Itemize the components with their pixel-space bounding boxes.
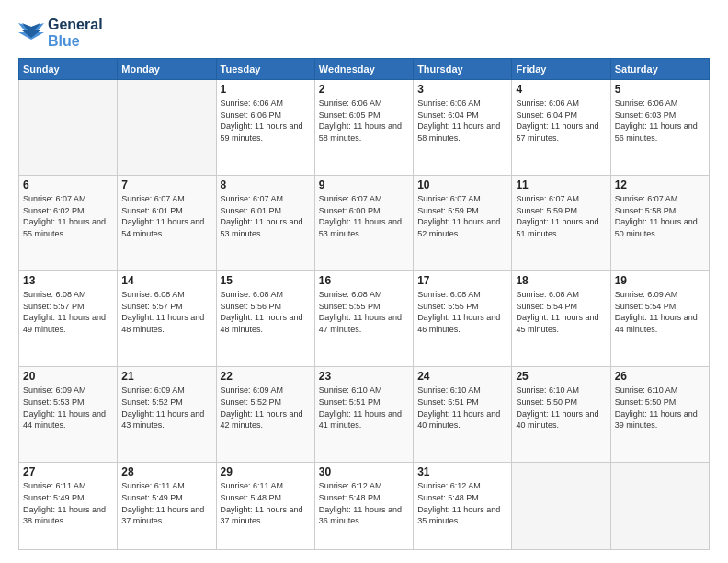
cell-info: Sunrise: 6:08 AM Sunset: 5:55 PM Dayligh…	[417, 289, 507, 335]
day-number: 15	[221, 274, 311, 287]
header: General Blue	[18, 17, 710, 49]
cell-info: Sunrise: 6:07 AM Sunset: 6:02 PM Dayligh…	[23, 193, 113, 239]
calendar-cell: 31 Sunrise: 6:12 AM Sunset: 5:48 PM Dayl…	[414, 463, 512, 550]
day-number: 29	[221, 465, 311, 478]
cell-info: Sunrise: 6:08 AM Sunset: 5:57 PM Dayligh…	[23, 289, 113, 335]
calendar-week-row: 20 Sunrise: 6:09 AM Sunset: 5:53 PM Dayl…	[19, 367, 710, 463]
calendar-cell: 24 Sunrise: 6:10 AM Sunset: 5:51 PM Dayl…	[414, 367, 512, 463]
day-number: 22	[221, 370, 311, 383]
calendar-cell: 22 Sunrise: 6:09 AM Sunset: 5:52 PM Dayl…	[216, 367, 314, 463]
cell-info: Sunrise: 6:07 AM Sunset: 6:00 PM Dayligh…	[319, 193, 409, 239]
weekday-header-row: SundayMondayTuesdayWednesdayThursdayFrid…	[19, 59, 710, 80]
day-number: 16	[319, 274, 409, 287]
calendar-cell: 17 Sunrise: 6:08 AM Sunset: 5:55 PM Dayl…	[414, 271, 512, 367]
cell-info: Sunrise: 6:06 AM Sunset: 6:05 PM Dayligh…	[319, 98, 409, 144]
calendar-cell: 30 Sunrise: 6:12 AM Sunset: 5:48 PM Dayl…	[314, 463, 413, 550]
calendar-cell	[610, 463, 709, 550]
weekday-header-sunday: Sunday	[19, 59, 118, 80]
day-number: 17	[417, 274, 507, 287]
calendar-cell: 10 Sunrise: 6:07 AM Sunset: 5:59 PM Dayl…	[414, 176, 512, 271]
weekday-header-tuesday: Tuesday	[216, 59, 314, 80]
day-number: 10	[417, 178, 507, 191]
day-number: 11	[516, 178, 606, 191]
calendar-table: SundayMondayTuesdayWednesdayThursdayFrid…	[18, 58, 710, 550]
weekday-header-thursday: Thursday	[414, 59, 512, 80]
weekday-header-friday: Friday	[512, 59, 610, 80]
page: General Blue SundayMondayTuesdayWednesda…	[0, 0, 728, 563]
cell-info: Sunrise: 6:10 AM Sunset: 5:51 PM Dayligh…	[319, 385, 409, 431]
cell-info: Sunrise: 6:11 AM Sunset: 5:49 PM Dayligh…	[121, 480, 211, 526]
calendar-cell: 28 Sunrise: 6:11 AM Sunset: 5:49 PM Dayl…	[118, 463, 216, 550]
cell-info: Sunrise: 6:11 AM Sunset: 5:48 PM Dayligh…	[221, 480, 311, 526]
cell-info: Sunrise: 6:07 AM Sunset: 6:01 PM Dayligh…	[221, 193, 311, 239]
calendar-cell: 1 Sunrise: 6:06 AM Sunset: 6:06 PM Dayli…	[216, 80, 314, 176]
calendar-week-row: 1 Sunrise: 6:06 AM Sunset: 6:06 PM Dayli…	[19, 80, 710, 176]
cell-info: Sunrise: 6:07 AM Sunset: 5:59 PM Dayligh…	[417, 193, 507, 239]
calendar-cell: 21 Sunrise: 6:09 AM Sunset: 5:52 PM Dayl…	[118, 367, 216, 463]
day-number: 5	[615, 83, 705, 96]
cell-info: Sunrise: 6:10 AM Sunset: 5:50 PM Dayligh…	[615, 385, 705, 431]
calendar-cell: 6 Sunrise: 6:07 AM Sunset: 6:02 PM Dayli…	[19, 176, 118, 271]
weekday-header-saturday: Saturday	[610, 59, 709, 80]
cell-info: Sunrise: 6:06 AM Sunset: 6:06 PM Dayligh…	[221, 98, 311, 144]
cell-info: Sunrise: 6:09 AM Sunset: 5:54 PM Dayligh…	[615, 289, 705, 335]
day-number: 4	[516, 83, 606, 96]
day-number: 13	[23, 274, 113, 287]
day-number: 23	[319, 370, 409, 383]
cell-info: Sunrise: 6:08 AM Sunset: 5:55 PM Dayligh…	[319, 289, 409, 335]
cell-info: Sunrise: 6:08 AM Sunset: 5:57 PM Dayligh…	[121, 289, 211, 335]
cell-info: Sunrise: 6:09 AM Sunset: 5:52 PM Dayligh…	[221, 385, 311, 431]
calendar-cell: 5 Sunrise: 6:06 AM Sunset: 6:03 PM Dayli…	[610, 80, 709, 176]
cell-info: Sunrise: 6:06 AM Sunset: 6:04 PM Dayligh…	[516, 98, 606, 144]
calendar-cell: 8 Sunrise: 6:07 AM Sunset: 6:01 PM Dayli…	[216, 176, 314, 271]
calendar-week-row: 27 Sunrise: 6:11 AM Sunset: 5:49 PM Dayl…	[19, 463, 710, 550]
calendar-cell: 16 Sunrise: 6:08 AM Sunset: 5:55 PM Dayl…	[314, 271, 413, 367]
day-number: 20	[23, 370, 113, 383]
cell-info: Sunrise: 6:11 AM Sunset: 5:49 PM Dayligh…	[23, 480, 113, 526]
calendar-cell: 20 Sunrise: 6:09 AM Sunset: 5:53 PM Dayl…	[19, 367, 118, 463]
day-number: 19	[615, 274, 705, 287]
calendar-cell: 9 Sunrise: 6:07 AM Sunset: 6:00 PM Dayli…	[314, 176, 413, 271]
cell-info: Sunrise: 6:10 AM Sunset: 5:51 PM Dayligh…	[417, 385, 507, 431]
calendar-cell: 7 Sunrise: 6:07 AM Sunset: 6:01 PM Dayli…	[118, 176, 216, 271]
calendar-cell: 4 Sunrise: 6:06 AM Sunset: 6:04 PM Dayli…	[512, 80, 610, 176]
calendar-cell: 18 Sunrise: 6:08 AM Sunset: 5:54 PM Dayl…	[512, 271, 610, 367]
cell-info: Sunrise: 6:12 AM Sunset: 5:48 PM Dayligh…	[417, 480, 507, 526]
day-number: 24	[417, 370, 507, 383]
cell-info: Sunrise: 6:09 AM Sunset: 5:53 PM Dayligh…	[23, 385, 113, 431]
day-number: 7	[121, 178, 211, 191]
calendar-cell: 23 Sunrise: 6:10 AM Sunset: 5:51 PM Dayl…	[314, 367, 413, 463]
day-number: 21	[121, 370, 211, 383]
calendar-cell: 25 Sunrise: 6:10 AM Sunset: 5:50 PM Dayl…	[512, 367, 610, 463]
calendar-cell: 2 Sunrise: 6:06 AM Sunset: 6:05 PM Dayli…	[314, 80, 413, 176]
cell-info: Sunrise: 6:12 AM Sunset: 5:48 PM Dayligh…	[319, 480, 409, 526]
cell-info: Sunrise: 6:06 AM Sunset: 6:03 PM Dayligh…	[615, 98, 705, 144]
day-number: 8	[221, 178, 311, 191]
cell-info: Sunrise: 6:07 AM Sunset: 6:01 PM Dayligh…	[121, 193, 211, 239]
calendar-cell: 3 Sunrise: 6:06 AM Sunset: 6:04 PM Dayli…	[414, 80, 512, 176]
calendar-cell	[512, 463, 610, 550]
day-number: 18	[516, 274, 606, 287]
day-number: 2	[319, 83, 409, 96]
day-number: 1	[221, 83, 311, 96]
calendar-week-row: 6 Sunrise: 6:07 AM Sunset: 6:02 PM Dayli…	[19, 176, 710, 271]
calendar-cell: 29 Sunrise: 6:11 AM Sunset: 5:48 PM Dayl…	[216, 463, 314, 550]
calendar-cell: 13 Sunrise: 6:08 AM Sunset: 5:57 PM Dayl…	[19, 271, 118, 367]
cell-info: Sunrise: 6:07 AM Sunset: 5:58 PM Dayligh…	[615, 193, 705, 239]
day-number: 9	[319, 178, 409, 191]
calendar-cell: 11 Sunrise: 6:07 AM Sunset: 5:59 PM Dayl…	[512, 176, 610, 271]
day-number: 28	[121, 465, 211, 478]
cell-info: Sunrise: 6:09 AM Sunset: 5:52 PM Dayligh…	[121, 385, 211, 431]
logo: General Blue	[18, 17, 103, 49]
calendar-cell: 19 Sunrise: 6:09 AM Sunset: 5:54 PM Dayl…	[610, 271, 709, 367]
cell-info: Sunrise: 6:08 AM Sunset: 5:56 PM Dayligh…	[221, 289, 311, 335]
logo-text: General Blue	[48, 17, 103, 49]
cell-info: Sunrise: 6:06 AM Sunset: 6:04 PM Dayligh…	[417, 98, 507, 144]
calendar-cell: 14 Sunrise: 6:08 AM Sunset: 5:57 PM Dayl…	[118, 271, 216, 367]
calendar-cell: 15 Sunrise: 6:08 AM Sunset: 5:56 PM Dayl…	[216, 271, 314, 367]
weekday-header-wednesday: Wednesday	[314, 59, 413, 80]
calendar-cell: 26 Sunrise: 6:10 AM Sunset: 5:50 PM Dayl…	[610, 367, 709, 463]
calendar-cell	[19, 80, 118, 176]
cell-info: Sunrise: 6:07 AM Sunset: 5:59 PM Dayligh…	[516, 193, 606, 239]
calendar-cell	[118, 80, 216, 176]
